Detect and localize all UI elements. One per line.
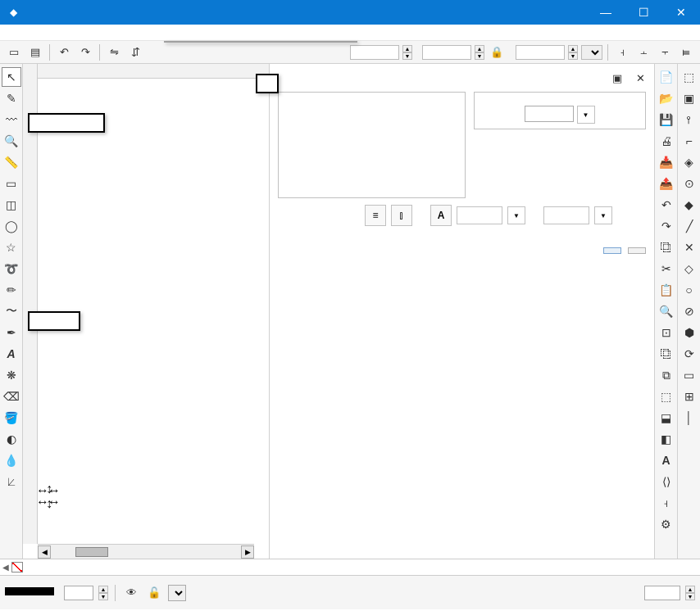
snap-guide-icon[interactable]: │ (680, 408, 699, 428)
snap-enable-icon[interactable]: ⬚ (680, 67, 699, 87)
tweak-tool[interactable]: 〰 (2, 110, 21, 129)
ruler-vertical[interactable] (23, 64, 38, 544)
measure-tool[interactable]: 📏 (2, 152, 21, 172)
scroll-left-icon[interactable]: ◀ (38, 545, 51, 559)
line-spacing-dropdown[interactable]: ▼ (507, 206, 525, 224)
export-icon[interactable]: 📤 (657, 174, 676, 193)
fill-swatch[interactable] (5, 587, 54, 595)
dropper-tool[interactable]: 💧 (2, 450, 21, 470)
font-family-list[interactable] (278, 92, 466, 198)
layer-select[interactable] (168, 585, 186, 601)
unit-select[interactable] (581, 45, 602, 60)
scale-handle-sw[interactable]: ↔ (36, 495, 44, 503)
eraser-tool[interactable]: ⌫ (2, 387, 21, 406)
align-icon[interactable]: ⫞ (657, 493, 676, 513)
opacity-input[interactable] (64, 586, 93, 600)
snap-grid-icon[interactable]: ⊞ (680, 387, 699, 406)
scroll-thumb[interactable] (75, 547, 108, 557)
h-spinner[interactable]: ▲▼ (568, 45, 578, 60)
ruler-horizontal[interactable] (38, 64, 269, 79)
line-spacing-input[interactable] (457, 206, 502, 224)
snap-edge-icon[interactable]: ⫯ (680, 110, 699, 129)
snap-midpoint-icon[interactable]: ◈ (680, 152, 699, 172)
duplicate-icon[interactable]: ⿻ (657, 344, 676, 364)
apply-button[interactable] (603, 247, 621, 254)
snap-intersect-icon[interactable]: ✕ (680, 238, 699, 257)
close-panel-button[interactable] (628, 247, 646, 254)
snap-cusp-icon[interactable]: ◇ (680, 259, 699, 278)
group-icon[interactable]: ⬚ (657, 387, 676, 406)
zoom-tool[interactable]: 🔍 (2, 131, 21, 151)
x-input[interactable] (350, 45, 399, 60)
kerning-dropdown[interactable]: ▼ (594, 206, 612, 224)
new-icon[interactable]: ▭ (5, 43, 23, 61)
undo-icon[interactable]: ↶ (55, 43, 73, 61)
layer-vis-icon[interactable]: 👁 (122, 584, 140, 602)
fontsize-dropdown[interactable]: ▼ (577, 106, 595, 124)
circle-tool[interactable]: ◯ (2, 216, 21, 236)
zoom-spinner[interactable]: ▲▼ (685, 586, 695, 600)
undo2-icon[interactable]: ↶ (657, 195, 676, 215)
panel-close-icon[interactable]: ✕ (631, 69, 649, 87)
align-right-icon[interactable]: ⫟ (656, 43, 674, 61)
gradient-tool[interactable]: ◐ (2, 429, 21, 449)
ungroup-icon[interactable]: ⬓ (657, 408, 676, 428)
align-center-icon[interactable]: ⫠ (634, 43, 652, 61)
text-tool[interactable]: A (2, 344, 21, 364)
redo2-icon[interactable]: ↷ (657, 216, 676, 236)
opacity-spinner[interactable]: ▲▼ (98, 586, 108, 600)
rect-tool[interactable]: ▭ (2, 174, 21, 193)
box3d-tool[interactable]: ◫ (2, 195, 21, 215)
h-input[interactable] (516, 45, 565, 60)
zoom-fit-icon[interactable]: 🔍 (657, 301, 676, 321)
lock-icon[interactable]: 🔒 (488, 43, 506, 61)
xml-icon[interactable]: ⟨⟩ (657, 472, 676, 491)
w-spinner[interactable]: ▲▼ (475, 45, 484, 60)
star-tool[interactable]: ☆ (2, 238, 21, 257)
flip-v-icon[interactable]: ⇵ (126, 43, 144, 61)
scale-handle-n[interactable]: ↕ (46, 482, 54, 490)
palette-scroll-left[interactable]: ◀ (0, 563, 11, 572)
spiral-tool[interactable]: ➰ (2, 259, 21, 278)
scale-handle-nw[interactable]: ↔ (36, 483, 44, 491)
selector-tool[interactable]: ↖ (2, 67, 21, 87)
snap-object-icon[interactable]: ⬢ (680, 323, 699, 342)
new-doc-icon[interactable]: 📄 (657, 67, 676, 87)
scale-handle-s[interactable]: ↕ (46, 496, 54, 505)
snap-corner-icon[interactable]: ⌐ (680, 131, 699, 151)
open-doc-icon[interactable]: 📂 (657, 88, 676, 108)
snap-center-icon[interactable]: ⊙ (680, 174, 699, 193)
cut-icon[interactable]: ✂ (657, 259, 676, 278)
flip-h-icon[interactable]: ⇋ (105, 43, 123, 61)
fontsize-input[interactable] (525, 106, 574, 122)
snap-path-icon[interactable]: ╱ (680, 216, 699, 236)
zoom-sel-icon[interactable]: ⊡ (657, 323, 676, 342)
snap-line-mid-icon[interactable]: ⊘ (680, 301, 699, 321)
node-tool[interactable]: ✎ (2, 88, 21, 108)
fill-tool[interactable]: 🪣 (2, 408, 21, 428)
bezier-tool[interactable]: 〜 (2, 301, 21, 321)
import-icon[interactable]: 📥 (657, 152, 676, 172)
save-icon[interactable]: 💾 (657, 110, 676, 129)
snap-rotation-icon[interactable]: ⟳ (680, 344, 699, 364)
snap-smooth-icon[interactable]: ○ (680, 280, 699, 300)
snap-page-icon[interactable]: ▭ (680, 365, 699, 385)
layout-vertical-icon[interactable]: ⫿ (391, 205, 412, 226)
scrollbar-horizontal[interactable]: ◀ ▶ (38, 544, 254, 559)
spray-tool[interactable]: ❋ (2, 365, 21, 385)
minimize-button[interactable]: — (587, 0, 625, 25)
paste-icon[interactable]: 📋 (657, 280, 676, 300)
snap-bbox-icon[interactable]: ▣ (680, 88, 699, 108)
kerning-input[interactable] (543, 206, 589, 224)
close-button[interactable]: ✕ (662, 0, 700, 25)
redo-icon[interactable]: ↷ (76, 43, 94, 61)
clone-icon[interactable]: ⧉ (657, 365, 676, 385)
undock-icon[interactable]: ▣ (608, 69, 626, 87)
fill-stroke-icon[interactable]: ◧ (657, 429, 676, 449)
calligraphy-tool[interactable]: ✒ (2, 323, 21, 342)
align-top-icon[interactable]: ⫢ (677, 43, 695, 61)
text-dialog-icon[interactable]: A (657, 450, 676, 470)
scroll-right-icon[interactable]: ▶ (241, 545, 254, 559)
prefs-icon[interactable]: ⚙ (657, 514, 676, 534)
no-color-swatch[interactable] (11, 562, 23, 573)
